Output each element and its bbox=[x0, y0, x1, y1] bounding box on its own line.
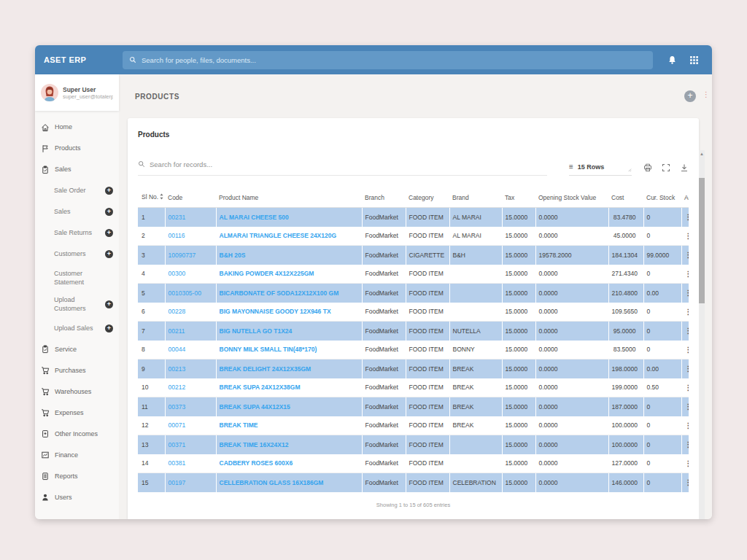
row-actions-menu-icon[interactable]: ⋮ bbox=[685, 327, 689, 335]
row-actions-menu-icon[interactable]: ⋮ bbox=[685, 346, 689, 354]
add-product-button[interactable]: + bbox=[684, 90, 696, 102]
sidebar-item-sale-order[interactable]: Sale Order+ bbox=[35, 180, 119, 201]
cell-code[interactable]: 00231 bbox=[165, 208, 216, 227]
column-header-category[interactable]: Category bbox=[406, 187, 449, 208]
cell-code[interactable]: 00213 bbox=[165, 359, 216, 378]
rows-per-page-selector[interactable]: ≡ 15 Rows bbox=[569, 163, 632, 176]
row-actions-menu-icon[interactable]: ⋮ bbox=[685, 213, 689, 221]
cell-product-name[interactable]: ALMARAI TRIANGLE CHEESE 24X120G bbox=[216, 227, 362, 246]
cell-product-name[interactable]: BIG MAYONNAISE GOODY 12X946 TX bbox=[216, 303, 362, 322]
cell-code[interactable]: 00381 bbox=[165, 454, 216, 473]
table-row[interactable]: 310090737B&H 20SFoodMarketCIGARETTEB&H15… bbox=[138, 246, 689, 265]
row-actions-menu-icon[interactable]: ⋮ bbox=[685, 289, 689, 297]
global-search[interactable] bbox=[123, 51, 653, 69]
user-card[interactable]: Super User super_user@totalerp.co bbox=[35, 74, 119, 111]
table-row[interactable]: 1300371BREAK TIME 16X24X12FoodMarketFOOD… bbox=[138, 435, 689, 454]
column-header-sl-no[interactable]: Sl No. bbox=[138, 187, 165, 208]
sidebar-item-sale-returns[interactable]: Sale Returns+ bbox=[35, 222, 119, 244]
records-search[interactable] bbox=[138, 158, 547, 176]
cell-product-name[interactable]: BREAK TIME bbox=[216, 416, 362, 435]
sidebar-item-sales[interactable]: Sales+ bbox=[35, 201, 119, 222]
column-header-product-name[interactable]: Product Name bbox=[216, 187, 362, 208]
row-actions-menu-icon[interactable]: ⋮ bbox=[685, 421, 689, 429]
cell-product-name[interactable]: BAKING POWDER 4X12X225GM bbox=[216, 265, 362, 284]
column-header-opening-stock-value[interactable]: Opening Stock Value bbox=[535, 187, 608, 208]
table-row[interactable]: 1100373BREAK SUPA 44X12X15FoodMarketFOOD… bbox=[138, 397, 689, 416]
sidebar-item-expenses[interactable]: Expenses bbox=[35, 402, 119, 424]
scrollbar-thumb[interactable] bbox=[699, 178, 705, 303]
row-actions-menu-icon[interactable]: ⋮ bbox=[685, 384, 689, 392]
row-actions-menu-icon[interactable]: ⋮ bbox=[685, 459, 689, 467]
cell-code[interactable]: 00071 bbox=[165, 416, 216, 435]
records-search-input[interactable] bbox=[150, 160, 547, 168]
row-actions-menu-icon[interactable]: ⋮ bbox=[685, 251, 689, 259]
row-actions-menu-icon[interactable]: ⋮ bbox=[685, 232, 689, 240]
sidebar-item-customers[interactable]: Customers+ bbox=[35, 244, 119, 265]
sidebar-item-home[interactable]: Home bbox=[35, 117, 119, 138]
table-row[interactable]: 700211BIG NUTELLA GO T1X24FoodMarketFOOD… bbox=[138, 322, 689, 341]
vertical-scrollbar[interactable]: ▲ bbox=[699, 150, 705, 519]
cell-product-name[interactable]: CELLEBRATION GLASS 16X186GM bbox=[216, 473, 362, 492]
sidebar-item-upload-sales[interactable]: Upload Sales+ bbox=[35, 318, 119, 339]
plus-icon[interactable]: + bbox=[105, 250, 113, 258]
cell-product-name[interactable]: B&H 20S bbox=[216, 246, 362, 265]
plus-icon[interactable]: + bbox=[105, 187, 113, 195]
table-row[interactable]: 50010305-00BICARBONATE OF SODA12X12X100 … bbox=[138, 284, 689, 303]
row-actions-menu-icon[interactable]: ⋮ bbox=[685, 402, 689, 411]
cell-product-name[interactable]: BICARBONATE OF SODA12X12X100 GM bbox=[216, 284, 362, 303]
column-header-branch[interactable]: Branch bbox=[362, 187, 406, 208]
cell-product-name[interactable]: BREAK DELIGHT 24X12X35GM bbox=[216, 359, 362, 378]
row-actions-menu-icon[interactable]: ⋮ bbox=[685, 308, 689, 316]
cell-product-name[interactable]: AL MARAI CHEESE 500 bbox=[216, 208, 362, 227]
table-row[interactable]: 200116ALMARAI TRIANGLE CHEESE 24X120GFoo… bbox=[138, 227, 689, 246]
table-row[interactable]: 900213BREAK DELIGHT 24X12X35GMFoodMarket… bbox=[138, 359, 689, 378]
sort-icon[interactable] bbox=[159, 193, 164, 201]
cell-product-name[interactable]: CADBERY ROSES 600X6 bbox=[216, 454, 362, 473]
expand-icon[interactable] bbox=[662, 163, 670, 172]
sidebar-item-finance[interactable]: Finance bbox=[35, 445, 119, 466]
cell-code[interactable]: 10090737 bbox=[165, 246, 216, 265]
sidebar-item-products[interactable]: Products bbox=[35, 138, 119, 159]
download-icon[interactable] bbox=[680, 163, 689, 172]
column-header-code[interactable]: Code bbox=[165, 187, 216, 208]
cell-product-name[interactable]: BIG NUTELLA GO T1X24 bbox=[216, 322, 362, 341]
column-header-brand[interactable]: Brand bbox=[449, 187, 502, 208]
table-row[interactable]: 100231AL MARAI CHEESE 500FoodMarketFOOD … bbox=[138, 208, 689, 227]
print-icon[interactable] bbox=[643, 163, 652, 172]
sidebar-item-users[interactable]: Users bbox=[35, 487, 119, 508]
cell-code[interactable]: 00197 bbox=[165, 473, 216, 492]
sidebar-item-sales[interactable]: Sales bbox=[35, 159, 119, 180]
plus-icon[interactable]: + bbox=[105, 208, 113, 216]
row-actions-menu-icon[interactable]: ⋮ bbox=[685, 440, 689, 448]
cell-product-name[interactable]: BREAK TIME 16X24X12 bbox=[216, 435, 362, 454]
cell-code[interactable]: 00371 bbox=[165, 435, 216, 454]
sidebar-item-service[interactable]: Service bbox=[35, 339, 119, 360]
cell-code[interactable]: 00300 bbox=[165, 265, 216, 284]
table-row[interactable]: 1000212BREAK SUPA 24X12X38GMFoodMarketFO… bbox=[138, 378, 689, 397]
apps-grid-icon[interactable] bbox=[689, 55, 699, 65]
cell-code[interactable]: 00212 bbox=[165, 378, 216, 397]
column-header-cur-stock[interactable]: Cur. Stock bbox=[643, 187, 681, 208]
cell-product-name[interactable]: BONNY MILK SMALL TIN(48*170) bbox=[216, 341, 362, 359]
plus-icon[interactable]: + bbox=[105, 229, 113, 237]
sidebar-item-reports[interactable]: Reports bbox=[35, 466, 119, 487]
column-header-tax[interactable]: Tax bbox=[502, 187, 535, 208]
plus-icon[interactable]: + bbox=[105, 300, 113, 308]
sidebar-item-purchases[interactable]: Purchases bbox=[35, 360, 119, 381]
table-row[interactable]: 1200071BREAK TIMEFoodMarketFOOD ITEMBREA… bbox=[138, 416, 689, 435]
table-row[interactable]: 600228BIG MAYONNAISE GOODY 12X946 TXFood… bbox=[138, 303, 689, 322]
cell-product-name[interactable]: BREAK SUPA 44X12X15 bbox=[216, 397, 362, 416]
column-header-cost[interactable]: Cost bbox=[608, 187, 643, 208]
cell-code[interactable]: 0010305-00 bbox=[165, 284, 216, 303]
row-actions-menu-icon[interactable]: ⋮ bbox=[685, 365, 689, 373]
cell-product-name[interactable]: BREAK SUPA 24X12X38GM bbox=[216, 378, 362, 397]
table-row[interactable]: 400300BAKING POWDER 4X12X225GMFoodMarket… bbox=[138, 265, 689, 284]
cell-code[interactable]: 00228 bbox=[165, 303, 216, 322]
sidebar-item-customer-statement[interactable]: Customer Statement bbox=[35, 265, 119, 291]
table-row[interactable]: 800044BONNY MILK SMALL TIN(48*170)FoodMa… bbox=[138, 341, 689, 359]
cell-code[interactable]: 00211 bbox=[165, 322, 216, 341]
page-options-icon[interactable]: ⋮ bbox=[703, 90, 710, 98]
sidebar-item-warehouses[interactable]: Warehouses bbox=[35, 381, 119, 402]
cell-code[interactable]: 00373 bbox=[165, 397, 216, 416]
global-search-input[interactable] bbox=[142, 56, 646, 64]
